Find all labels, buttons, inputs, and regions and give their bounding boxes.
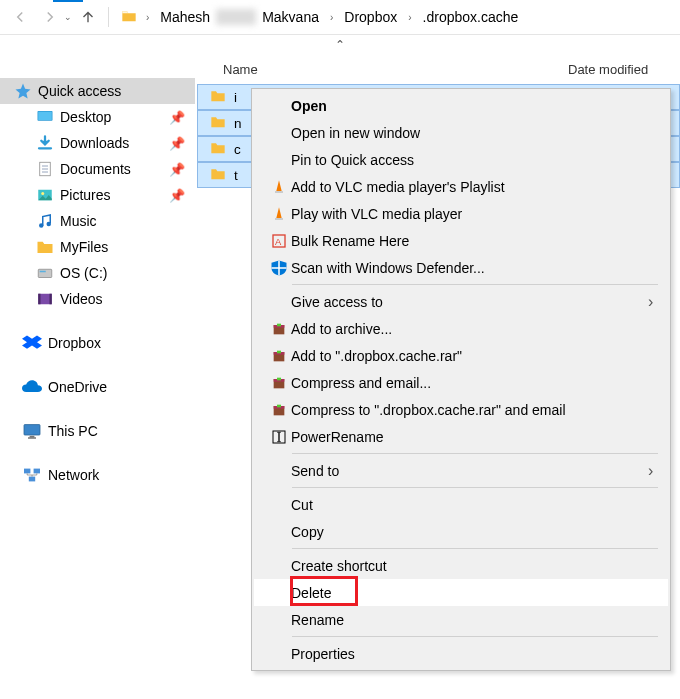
chevron-icon: ›	[403, 12, 416, 23]
column-date[interactable]: Date modified	[568, 62, 668, 77]
back-button[interactable]	[6, 3, 34, 31]
svg-rect-10	[38, 269, 52, 277]
sidebar-item-label: Quick access	[38, 83, 121, 99]
sidebar-item-label: Pictures	[60, 187, 111, 203]
sidebar-item-music[interactable]: Music	[0, 208, 195, 234]
folder-icon	[210, 167, 226, 184]
column-name[interactable]: Name	[213, 62, 568, 77]
sidebar-item-label: This PC	[48, 423, 98, 439]
context-menu: Open Open in new window Pin to Quick acc…	[251, 88, 671, 671]
svg-rect-13	[38, 294, 40, 305]
menu-vlc-playlist[interactable]: Add to VLC media player's Playlist	[254, 173, 668, 200]
svg-rect-19	[34, 469, 40, 474]
powerrename-icon	[266, 429, 291, 445]
sidebar-item-label: Network	[48, 467, 99, 483]
folder-icon	[210, 141, 226, 158]
sidebar-item-label: OS (C:)	[60, 265, 107, 281]
sidebar-item-label: Videos	[60, 291, 103, 307]
sidebar-this-pc[interactable]: This PC	[0, 418, 195, 444]
folder-icon	[210, 89, 226, 106]
sidebar-item-pictures[interactable]: Pictures 📌	[0, 182, 195, 208]
sidebar-item-label: Music	[60, 213, 97, 229]
svg-rect-29	[277, 323, 281, 326]
sidebar-item-label: Documents	[60, 161, 131, 177]
svg-rect-21	[275, 191, 283, 193]
sidebar-item-label: Downloads	[60, 135, 129, 151]
sidebar-item-documents[interactable]: Documents 📌	[0, 156, 195, 182]
menu-pin-quick-access[interactable]: Pin to Quick access	[254, 146, 668, 173]
menu-open-new-window[interactable]: Open in new window	[254, 119, 668, 146]
vlc-icon	[266, 206, 291, 222]
submenu-arrow-icon: ›	[648, 462, 668, 480]
menu-powerrename[interactable]: PowerRename	[254, 423, 668, 450]
svg-rect-14	[50, 294, 52, 305]
menu-compress-email[interactable]: Compress and email...	[254, 369, 668, 396]
menu-delete[interactable]: Delete	[254, 579, 668, 606]
breadcrumb-seg[interactable]: .dropbox.cache	[419, 7, 523, 27]
svg-rect-18	[24, 469, 30, 474]
expand-ribbon-icon[interactable]: ⌄	[335, 37, 345, 51]
sidebar-item-label: MyFiles	[60, 239, 108, 255]
menu-rename[interactable]: Rename	[254, 606, 668, 633]
svg-rect-17	[28, 437, 36, 438]
folder-icon	[121, 9, 137, 26]
sidebar-item-os-c[interactable]: OS (C:)	[0, 260, 195, 286]
vlc-icon	[266, 179, 291, 195]
sidebar-item-label: OneDrive	[48, 379, 107, 395]
menu-send-to[interactable]: Send to›	[254, 457, 668, 484]
breadcrumb-seg[interactable]: Dropbox	[340, 7, 401, 27]
bulk-rename-icon: A	[266, 233, 291, 249]
chevron-icon: ›	[325, 12, 338, 23]
menu-vlc-play[interactable]: Play with VLC media player	[254, 200, 668, 227]
sidebar-item-videos[interactable]: Videos	[0, 286, 195, 312]
pin-icon: 📌	[169, 136, 185, 151]
menu-compress-rar-email[interactable]: Compress to ".dropbox.cache.rar" and ema…	[254, 396, 668, 423]
menu-properties[interactable]: Properties	[254, 640, 668, 667]
svg-text:A: A	[275, 237, 282, 247]
winrar-icon	[266, 402, 291, 418]
pin-icon: 📌	[169, 162, 185, 177]
nav-bar: ⌄ › Mahesh Makvana › Dropbox › .dropbox.…	[0, 0, 680, 35]
sidebar-item-label: Desktop	[60, 109, 111, 125]
forward-button[interactable]	[36, 3, 64, 31]
pin-icon: 📌	[169, 110, 185, 125]
breadcrumb[interactable]: › Mahesh Makvana › Dropbox › .dropbox.ca…	[121, 7, 522, 27]
svg-rect-35	[277, 377, 281, 380]
breadcrumb-seg[interactable]: Makvana	[258, 7, 323, 27]
navigation-pane: Quick access Desktop 📌 Downloads 📌 Docum…	[0, 78, 195, 699]
menu-open[interactable]: Open	[254, 92, 668, 119]
menu-cut[interactable]: Cut	[254, 491, 668, 518]
sidebar-network[interactable]: Network	[0, 462, 195, 488]
menu-add-archive[interactable]: Add to archive...	[254, 315, 668, 342]
menu-defender-scan[interactable]: Scan with Windows Defender...	[254, 254, 668, 281]
sidebar-item-myfiles[interactable]: MyFiles	[0, 234, 195, 260]
svg-rect-22	[275, 218, 283, 220]
sidebar-quick-access[interactable]: Quick access	[0, 78, 195, 104]
history-dropdown-icon[interactable]: ⌄	[64, 12, 72, 22]
svg-rect-11	[40, 271, 46, 273]
svg-rect-16	[30, 436, 35, 438]
sidebar-onedrive[interactable]: OneDrive	[0, 374, 195, 400]
folder-icon	[210, 115, 226, 132]
svg-point-8	[39, 223, 44, 228]
pin-icon: 📌	[169, 188, 185, 203]
svg-rect-15	[24, 425, 40, 435]
column-headers[interactable]: Name Date modified	[213, 58, 668, 80]
svg-rect-32	[277, 350, 281, 353]
svg-point-9	[47, 222, 52, 227]
sidebar-item-label: Dropbox	[48, 335, 101, 351]
menu-bulk-rename[interactable]: ABulk Rename Here	[254, 227, 668, 254]
menu-create-shortcut[interactable]: Create shortcut	[254, 552, 668, 579]
up-button[interactable]	[74, 3, 102, 31]
winrar-icon	[266, 321, 291, 337]
defender-icon	[266, 259, 291, 277]
sidebar-item-desktop[interactable]: Desktop 📌	[0, 104, 195, 130]
menu-add-rar[interactable]: Add to ".dropbox.cache.rar"	[254, 342, 668, 369]
winrar-icon	[266, 375, 291, 391]
menu-give-access[interactable]: Give access to›	[254, 288, 668, 315]
sidebar-item-downloads[interactable]: Downloads 📌	[0, 130, 195, 156]
menu-copy[interactable]: Copy	[254, 518, 668, 545]
sidebar-dropbox[interactable]: Dropbox	[0, 330, 195, 356]
winrar-icon	[266, 348, 291, 364]
breadcrumb-seg[interactable]: Mahesh	[156, 7, 214, 27]
